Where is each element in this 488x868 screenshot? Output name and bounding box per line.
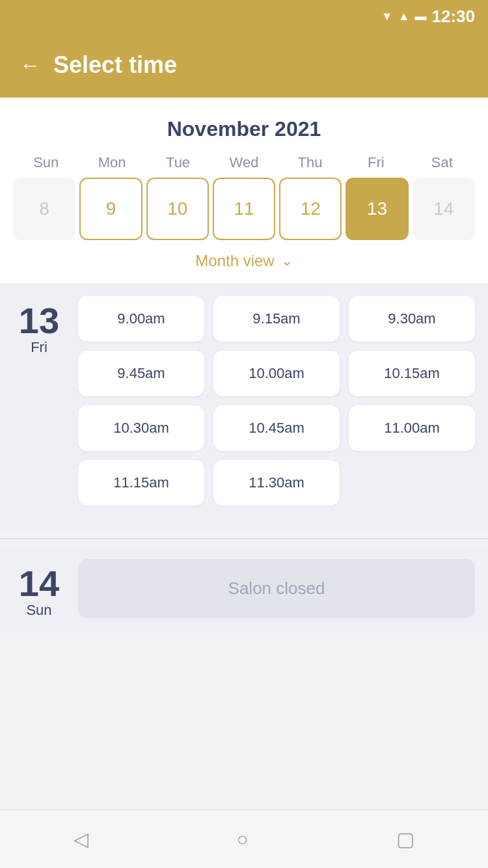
weekday-wed: Wed bbox=[211, 154, 277, 171]
status-bar: ▼ ▲ ▬ 12:30 bbox=[0, 0, 488, 33]
date-cell-10[interactable]: 10 bbox=[146, 178, 209, 240]
status-icons: ▼ ▲ ▬ 12:30 bbox=[381, 7, 475, 27]
time-slots-grid-13: 9.00am 9.15am 9.30am 9.45am 10.00am 10.1… bbox=[78, 296, 475, 506]
time-section-13: 13 Fri 9.00am 9.15am 9.30am 9.45am 10.00… bbox=[0, 283, 488, 532]
month-year-label: November 2021 bbox=[13, 117, 475, 141]
weekdays-row: Sun Mon Tue Wed Thu Fri Sat bbox=[13, 154, 475, 171]
status-time: 12:30 bbox=[432, 7, 476, 27]
date-cell-11[interactable]: 11 bbox=[213, 178, 275, 240]
day-number-14: 14 bbox=[19, 565, 59, 602]
date-cell-8: 8 bbox=[13, 178, 75, 240]
time-slot-945am[interactable]: 9.45am bbox=[78, 351, 204, 396]
salon-closed-message: Salon closed bbox=[78, 559, 475, 618]
back-button[interactable]: ← bbox=[20, 53, 40, 77]
date-cell-12[interactable]: 12 bbox=[279, 178, 342, 240]
weekday-mon: Mon bbox=[79, 154, 144, 171]
battery-icon: ▬ bbox=[415, 10, 427, 23]
chevron-down-icon: ⌄ bbox=[281, 252, 293, 269]
header: ← Select time bbox=[0, 33, 488, 98]
time-slot-1015am[interactable]: 10.15am bbox=[349, 351, 475, 396]
date-cell-14: 14 bbox=[413, 178, 475, 240]
day-number-13: 13 bbox=[19, 303, 59, 339]
date-cell-13[interactable]: 13 bbox=[346, 178, 408, 240]
nav-recent-button[interactable]: ▢ bbox=[396, 828, 414, 850]
time-slot-930am[interactable]: 9.30am bbox=[349, 296, 475, 342]
nav-home-button[interactable]: ○ bbox=[236, 828, 248, 850]
time-slot-1045am[interactable]: 10.45am bbox=[213, 405, 340, 451]
month-view-label: Month view bbox=[195, 252, 274, 270]
time-slot-900am[interactable]: 9.00am bbox=[78, 296, 204, 342]
day-name-13: Fri bbox=[31, 339, 47, 356]
weekday-sat: Sat bbox=[409, 154, 475, 171]
weekday-sun: Sun bbox=[13, 154, 79, 171]
weekday-thu: Thu bbox=[277, 154, 343, 171]
time-slot-1030am[interactable]: 10.30am bbox=[78, 405, 204, 451]
bottom-nav: ◁ ○ ▢ bbox=[0, 809, 488, 868]
day-block-13: 13 Fri 9.00am 9.15am 9.30am 9.45am 10.00… bbox=[13, 296, 475, 506]
time-slot-1130am[interactable]: 11.30am bbox=[213, 460, 340, 506]
day-block-14: 14 Sun Salon closed bbox=[0, 546, 488, 632]
date-cell-9[interactable]: 9 bbox=[79, 178, 142, 240]
time-slot-915am[interactable]: 9.15am bbox=[213, 296, 340, 342]
day-name-14: Sun bbox=[26, 602, 51, 619]
signal-icon: ▲ bbox=[398, 10, 410, 23]
weekday-tue: Tue bbox=[145, 154, 211, 171]
section-divider bbox=[0, 538, 488, 539]
day-label-14: 14 Sun bbox=[13, 559, 65, 619]
time-slot-1100am[interactable]: 11.00am bbox=[349, 405, 475, 451]
calendar-section: November 2021 Sun Mon Tue Wed Thu Fri Sa… bbox=[0, 98, 488, 283]
page-title: Select time bbox=[53, 51, 177, 79]
time-slot-1000am[interactable]: 10.00am bbox=[213, 351, 340, 396]
weekday-fri: Fri bbox=[343, 154, 409, 171]
month-view-toggle[interactable]: Month view ⌄ bbox=[13, 252, 475, 270]
wifi-icon: ▼ bbox=[381, 10, 393, 23]
nav-back-button[interactable]: ◁ bbox=[74, 828, 88, 850]
dates-row: 8 9 10 11 12 13 14 bbox=[13, 178, 475, 240]
time-slot-1115am[interactable]: 11.15am bbox=[78, 460, 204, 506]
day-label-13: 13 Fri bbox=[13, 296, 65, 356]
